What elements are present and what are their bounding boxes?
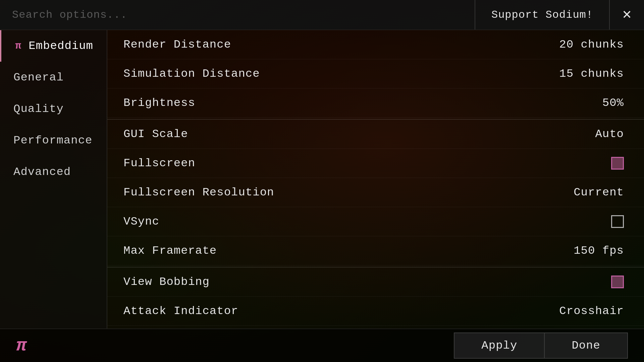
sidebar-item-advanced[interactable]: Advanced	[0, 156, 107, 188]
checkbox-view-bobbing[interactable]	[611, 276, 624, 288]
label-gui-scale: GUI Scale	[123, 128, 188, 140]
apply-button[interactable]: Apply	[454, 333, 544, 359]
label-vsync: VSync	[123, 215, 159, 228]
setting-vsync[interactable]: VSync	[107, 207, 644, 236]
done-button[interactable]: Done	[544, 333, 628, 359]
setting-fullscreen[interactable]: Fullscreen	[107, 149, 644, 178]
search-input[interactable]	[0, 0, 475, 29]
value-fullscreen-resolution: Current	[574, 186, 624, 199]
settings-panel: Render Distance 20 chunks Simulation Dis…	[107, 30, 644, 328]
setting-simulation-distance[interactable]: Simulation Distance 15 chunks	[107, 59, 644, 88]
footer-logo: π	[16, 336, 26, 356]
value-attack-indicator: Crosshair	[559, 305, 624, 317]
sidebar-label-general: General	[13, 71, 64, 84]
close-button[interactable]: ✕	[610, 0, 644, 29]
label-max-framerate: Max Framerate	[123, 244, 217, 257]
checkbox-vsync[interactable]	[611, 215, 624, 228]
label-view-bobbing: View Bobbing	[123, 276, 210, 288]
sidebar-item-performance[interactable]: Performance	[0, 125, 107, 156]
sidebar-label-embeddium: Embeddium	[29, 40, 93, 52]
setting-autosave-indicator[interactable]: Autosave Indicator	[107, 326, 644, 328]
value-render-distance: 20 chunks	[559, 38, 624, 51]
sidebar-item-general[interactable]: General	[0, 62, 107, 93]
label-fullscreen-resolution: Fullscreen Resolution	[123, 186, 274, 199]
sidebar: π Embeddium General Quality Performance …	[0, 30, 107, 328]
support-sodium-button[interactable]: Support Sodium!	[475, 0, 610, 29]
label-attack-indicator: Attack Indicator	[123, 305, 238, 317]
label-render-distance: Render Distance	[123, 38, 231, 51]
footer: π Apply Done	[0, 328, 644, 362]
sidebar-item-embeddium[interactable]: π Embeddium	[0, 30, 107, 62]
label-brightness: Brightness	[123, 97, 195, 109]
setting-render-distance[interactable]: Render Distance 20 chunks	[107, 30, 644, 59]
setting-brightness[interactable]: Brightness 50%	[107, 88, 644, 118]
value-brightness: 50%	[602, 97, 624, 109]
label-fullscreen: Fullscreen	[123, 157, 195, 170]
value-max-framerate: 150 fps	[574, 244, 624, 257]
sidebar-label-quality: Quality	[13, 103, 64, 115]
sidebar-label-advanced: Advanced	[13, 166, 71, 178]
value-gui-scale: Auto	[595, 128, 624, 140]
main-content: π Embeddium General Quality Performance …	[0, 30, 644, 328]
value-simulation-distance: 15 chunks	[559, 67, 624, 80]
sidebar-label-performance: Performance	[13, 134, 92, 147]
setting-gui-scale[interactable]: GUI Scale Auto	[107, 119, 644, 149]
sidebar-item-quality[interactable]: Quality	[0, 93, 107, 125]
setting-attack-indicator[interactable]: Attack Indicator Crosshair	[107, 297, 644, 326]
footer-buttons: Apply Done	[454, 333, 628, 359]
setting-max-framerate[interactable]: Max Framerate 150 fps	[107, 236, 644, 265]
setting-view-bobbing[interactable]: View Bobbing	[107, 267, 644, 297]
embeddium-icon: π	[13, 40, 23, 52]
label-simulation-distance: Simulation Distance	[123, 67, 260, 80]
setting-fullscreen-resolution[interactable]: Fullscreen Resolution Current	[107, 178, 644, 207]
checkbox-fullscreen[interactable]	[611, 157, 624, 170]
header: Support Sodium! ✕	[0, 0, 644, 30]
